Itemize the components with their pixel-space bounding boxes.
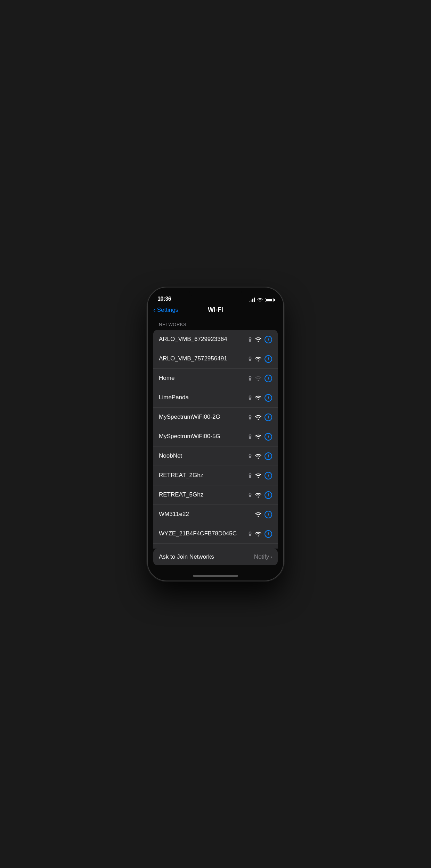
nav-bar: ‹ Settings Wi-Fi bbox=[148, 305, 283, 318]
wifi-signal-icon bbox=[255, 415, 262, 420]
wifi-signal-icon bbox=[255, 337, 262, 342]
network-item[interactable]: ARLO_VMB_7572956491 i bbox=[153, 349, 278, 369]
back-label: Settings bbox=[157, 307, 178, 314]
wifi-signal-icon bbox=[255, 532, 262, 536]
info-button[interactable]: i bbox=[265, 414, 272, 421]
info-button[interactable]: i bbox=[265, 394, 272, 402]
network-icons: i bbox=[248, 433, 272, 441]
network-item[interactable]: Other... bbox=[153, 544, 278, 549]
network-icons: i bbox=[248, 472, 272, 479]
wifi-signal-icon bbox=[255, 473, 262, 478]
ask-to-join-value: Notify › bbox=[254, 553, 272, 560]
svg-rect-0 bbox=[249, 339, 251, 342]
networks-list: ARLO_VMB_6729923364 iARLO_VMB_7572956491… bbox=[153, 330, 278, 549]
network-name: Home bbox=[159, 374, 248, 382]
info-button[interactable]: i bbox=[265, 355, 272, 363]
lock-icon bbox=[248, 415, 252, 420]
network-name: RETREAT_5Ghz bbox=[159, 491, 248, 499]
network-item[interactable]: MySpectrumWiFi00-5G i bbox=[153, 427, 278, 446]
svg-rect-5 bbox=[249, 436, 251, 439]
network-name: WYZE_21B4F4CFB78D045C bbox=[159, 530, 248, 537]
info-button[interactable]: i bbox=[265, 472, 272, 479]
info-button[interactable]: i bbox=[265, 336, 272, 343]
network-icons: i bbox=[248, 452, 272, 460]
network-icons: i bbox=[248, 394, 272, 402]
network-item[interactable]: WM311e22 i bbox=[153, 505, 278, 524]
svg-rect-8 bbox=[249, 495, 251, 497]
main-content: NETWORKS ARLO_VMB_6729923364 iARLO_VMB_7… bbox=[148, 318, 283, 549]
svg-rect-2 bbox=[249, 378, 251, 381]
signal-bars-icon bbox=[249, 298, 255, 302]
network-icons: i bbox=[248, 355, 272, 363]
network-name: MySpectrumWiFi00-2G bbox=[159, 413, 248, 421]
ask-to-join-section: Ask to Join Networks Notify › bbox=[153, 549, 278, 565]
network-icons: i bbox=[248, 336, 272, 343]
network-item[interactable]: NoobNet i bbox=[153, 446, 278, 466]
network-name: ARLO_VMB_7572956491 bbox=[159, 355, 248, 362]
battery-icon bbox=[265, 298, 274, 302]
ask-to-join-label: Ask to Join Networks bbox=[159, 553, 214, 560]
wifi-signal-icon bbox=[255, 493, 262, 498]
home-indicator bbox=[148, 571, 283, 581]
svg-rect-4 bbox=[249, 417, 251, 419]
lock-icon bbox=[248, 493, 252, 498]
network-item[interactable]: RETREAT_5Ghz i bbox=[153, 485, 278, 505]
network-name: ARLO_VMB_6729923364 bbox=[159, 335, 248, 343]
network-name: MySpectrumWiFi00-5G bbox=[159, 433, 248, 440]
wifi-signal-icon bbox=[255, 434, 262, 439]
phone-frame: 10:36 ‹ Settings Wi bbox=[148, 287, 283, 581]
ask-to-join-current-value: Notify bbox=[254, 553, 269, 560]
lock-icon bbox=[248, 376, 252, 381]
lock-icon bbox=[248, 395, 252, 400]
wifi-signal-icon bbox=[255, 376, 262, 381]
lock-icon bbox=[248, 454, 252, 459]
back-chevron-icon: ‹ bbox=[153, 306, 156, 313]
info-button[interactable]: i bbox=[265, 491, 272, 499]
wifi-status-icon bbox=[257, 298, 263, 302]
ask-to-join-chevron-icon: › bbox=[270, 554, 272, 560]
wifi-signal-icon bbox=[255, 357, 262, 361]
lock-icon bbox=[248, 473, 252, 478]
network-name: LimePanda bbox=[159, 394, 248, 401]
back-button[interactable]: ‹ Settings bbox=[153, 307, 178, 314]
network-item[interactable]: LimePanda i bbox=[153, 388, 278, 408]
network-item[interactable]: MySpectrumWiFi00-2G i bbox=[153, 408, 278, 427]
ask-to-join-row[interactable]: Ask to Join Networks Notify › bbox=[153, 549, 278, 565]
network-name: WM311e22 bbox=[159, 510, 255, 518]
network-icons: i bbox=[248, 530, 272, 538]
wifi-signal-icon bbox=[255, 512, 262, 517]
status-icons bbox=[249, 298, 274, 302]
networks-section-label: NETWORKS bbox=[153, 318, 278, 330]
info-button[interactable]: i bbox=[265, 433, 272, 441]
network-icons: i bbox=[248, 491, 272, 499]
network-item[interactable]: WYZE_21B4F4CFB78D045C i bbox=[153, 524, 278, 544]
status-time: 10:36 bbox=[157, 296, 171, 302]
info-button[interactable]: i bbox=[265, 452, 272, 460]
lock-icon bbox=[248, 434, 252, 439]
network-name: RETREAT_2Ghz bbox=[159, 471, 248, 479]
network-item[interactable]: ARLO_VMB_6729923364 i bbox=[153, 330, 278, 349]
notch bbox=[189, 287, 242, 298]
lock-icon bbox=[248, 532, 252, 536]
network-icons: i bbox=[248, 414, 272, 421]
lock-icon bbox=[248, 357, 252, 361]
wifi-signal-icon bbox=[255, 395, 262, 400]
info-button[interactable]: i bbox=[265, 530, 272, 538]
svg-rect-1 bbox=[249, 359, 251, 361]
network-item[interactable]: Home i bbox=[153, 369, 278, 388]
home-bar bbox=[193, 575, 238, 577]
info-button[interactable]: i bbox=[265, 511, 272, 518]
network-icons: i bbox=[255, 511, 272, 518]
network-item[interactable]: RETREAT_2Ghz i bbox=[153, 466, 278, 485]
network-name: NoobNet bbox=[159, 452, 248, 460]
network-icons: i bbox=[248, 375, 272, 382]
wifi-signal-icon bbox=[255, 454, 262, 459]
svg-rect-6 bbox=[249, 456, 251, 458]
page-title: Wi-Fi bbox=[208, 306, 223, 314]
svg-rect-3 bbox=[249, 398, 251, 400]
svg-rect-9 bbox=[249, 534, 251, 536]
info-button[interactable]: i bbox=[265, 375, 272, 382]
lock-icon bbox=[248, 337, 252, 342]
svg-rect-7 bbox=[249, 475, 251, 478]
